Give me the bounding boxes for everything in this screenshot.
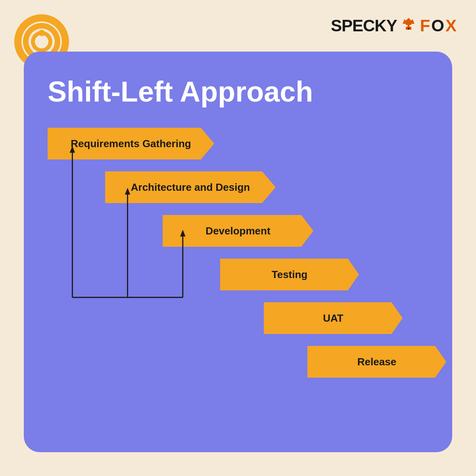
logo: SPECKY F O X xyxy=(331,16,456,36)
main-card: Shift-Left Approach Requirements Gatheri… xyxy=(24,52,452,452)
logo-x-text: X xyxy=(445,16,456,35)
logo-specky-text: SPECKY xyxy=(331,16,397,35)
logo-f-text: F xyxy=(420,16,430,35)
arrow-architecture-design: Architecture and Design xyxy=(105,171,276,203)
arrow-uat: UAT xyxy=(264,302,403,334)
svg-point-0 xyxy=(38,30,45,36)
page-title: Shift-Left Approach xyxy=(48,75,428,108)
logo-ox-text: O xyxy=(431,16,444,35)
diagram: Requirements Gathering Architecture and … xyxy=(48,128,428,425)
arrow-requirements-gathering: Requirements Gathering xyxy=(48,128,214,159)
arrow-testing: Testing xyxy=(220,259,359,290)
arrow-release: Release xyxy=(307,346,446,378)
svg-point-3 xyxy=(409,25,411,27)
svg-point-2 xyxy=(405,25,407,27)
fox-icon xyxy=(399,16,418,36)
arrow-development: Development xyxy=(163,215,313,247)
